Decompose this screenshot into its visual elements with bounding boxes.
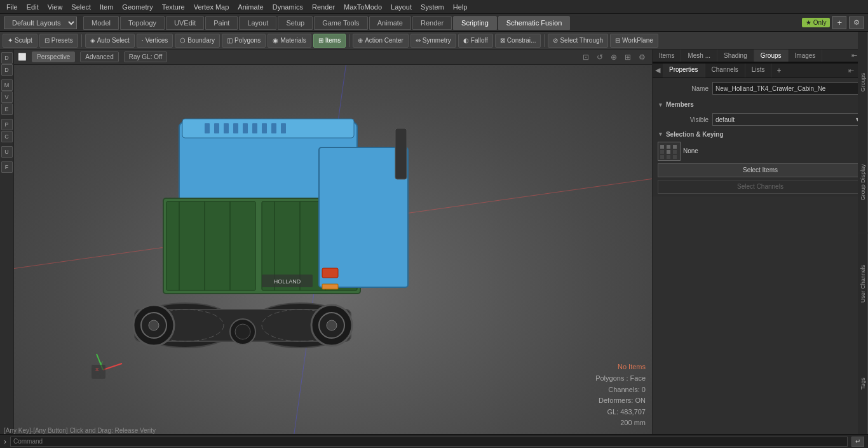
tab-render[interactable]: Render — [412, 16, 452, 30]
sel-keying-header: ▼ Selection & Keying — [658, 131, 863, 138]
tab-topology[interactable]: Topology — [120, 16, 165, 30]
tab-scripting[interactable]: Scripting — [453, 16, 497, 30]
falloff-tool[interactable]: ◐ Falloff — [458, 34, 493, 48]
svg-point-32 — [327, 320, 337, 330]
strip-group-display[interactable]: Group Display — [858, 132, 868, 233]
strip-groups[interactable]: Groups — [858, 32, 868, 132]
select-through-tool[interactable]: ⊘ Select Through — [548, 34, 608, 48]
top-menu-bar: File Edit View Select Item Geometry Text… — [0, 0, 868, 14]
right-strip — [653, 196, 868, 434]
tab-mesh[interactable]: Mesh ... — [681, 50, 717, 62]
falloff-icon: ◐ — [463, 37, 469, 44]
left-tool-7[interactable]: C — [1, 131, 13, 142]
svg-point-34 — [235, 324, 250, 339]
props-tab-properties[interactable]: Properties — [663, 64, 705, 78]
command-input[interactable] — [10, 437, 848, 447]
settings-icon[interactable]: ⚙ — [639, 53, 646, 62]
workplane-tool[interactable]: ⊟ WorkPlane — [610, 34, 658, 48]
menu-view[interactable]: View — [44, 2, 67, 12]
tab-animate[interactable]: Animate — [369, 16, 411, 30]
left-sidebar: D D M V E P C U F — [0, 50, 14, 434]
props-collapse-icon[interactable]: ◀ — [653, 64, 663, 78]
tab-items[interactable]: Items — [653, 50, 681, 62]
menu-dynamics[interactable]: Dynamics — [269, 2, 307, 12]
command-arrow[interactable]: › — [4, 437, 6, 446]
rotate-icon[interactable]: ↺ — [597, 53, 603, 62]
strip-tags[interactable]: Tags — [858, 334, 868, 434]
menu-texture[interactable]: Texture — [158, 2, 189, 12]
tab-setup[interactable]: Setup — [278, 16, 313, 30]
visible-select[interactable]: default — [712, 113, 863, 126]
constrain-tool[interactable]: ⊠ Constrai... — [495, 34, 541, 48]
viewport-header: ⬜ Perspective Advanced Ray GL: Off ⊡ ↺ ⊕… — [14, 50, 652, 65]
left-tool-3[interactable]: M — [1, 79, 13, 91]
select-channels-row: Select Channels — [658, 180, 863, 194]
left-tool-6[interactable]: P — [1, 119, 13, 130]
menu-help[interactable]: Help — [449, 2, 471, 12]
props-expand-icon[interactable]: ⇤ — [847, 65, 855, 76]
perspective-button[interactable]: Perspective — [32, 51, 75, 62]
tab-paint[interactable]: Paint — [205, 16, 238, 30]
vertices-tool[interactable]: · Vertices — [137, 34, 173, 48]
left-tool-9[interactable]: F — [1, 161, 13, 173]
menu-edit[interactable]: Edit — [23, 2, 43, 12]
members-arrow[interactable]: ▼ — [658, 102, 663, 108]
camera-icon[interactable]: ⊡ — [583, 53, 589, 62]
sel-keying-arrow[interactable]: ▼ — [658, 131, 663, 137]
boundary-tool[interactable]: ⬡ Boundary — [175, 34, 220, 48]
left-tool-8[interactable]: U — [1, 146, 13, 158]
settings-button[interactable]: ⚙ — [849, 17, 864, 29]
expand-panel-button[interactable]: ⇤ — [851, 51, 857, 60]
select-items-button[interactable]: Select Items — [658, 163, 863, 177]
zoom-icon[interactable]: ⊕ — [611, 53, 617, 62]
items-tool[interactable]: ⊞ Items — [313, 34, 346, 48]
separator — [81, 34, 82, 47]
svg-rect-8 — [262, 123, 267, 133]
menu-item[interactable]: Item — [96, 2, 117, 12]
select-channels-button[interactable]: Select Channels — [658, 180, 863, 194]
name-input[interactable] — [712, 82, 863, 95]
menu-geometry[interactable]: Geometry — [118, 2, 156, 12]
menu-layout[interactable]: Layout — [387, 2, 416, 12]
action-center-tool[interactable]: ⊕ Action Center — [353, 34, 409, 48]
tab-model[interactable]: Model — [83, 16, 119, 30]
keying-dots-icon[interactable] — [658, 142, 681, 161]
tab-groups[interactable]: Groups — [754, 50, 789, 62]
svg-line-39 — [103, 363, 122, 370]
menu-system[interactable]: System — [417, 2, 448, 12]
menu-vertex-map[interactable]: Vertex Map — [190, 2, 233, 12]
left-tool-4[interactable]: V — [1, 92, 13, 103]
presets-tool[interactable]: ⊡ Presets — [39, 34, 78, 48]
menu-file[interactable]: File — [3, 2, 22, 12]
add-layout-button[interactable]: + — [832, 16, 846, 29]
left-tool-2[interactable]: D — [1, 64, 13, 76]
menu-animate[interactable]: Animate — [234, 2, 267, 12]
viewport[interactable]: ⬜ Perspective Advanced Ray GL: Off ⊡ ↺ ⊕… — [14, 50, 652, 434]
menu-maxtomodo[interactable]: MaxToModo — [340, 2, 386, 12]
props-tab-channels[interactable]: Channels — [705, 64, 745, 78]
tab-game-tools[interactable]: Game Tools — [314, 16, 368, 30]
fit-icon[interactable]: ⊞ — [625, 53, 631, 62]
menu-render[interactable]: Render — [308, 2, 339, 12]
tab-images[interactable]: Images — [789, 50, 823, 62]
viewport-canvas[interactable]: HOLLAND X Y No Items Polygons : Face Cha… — [14, 65, 652, 434]
left-tool-1[interactable]: D — [1, 52, 13, 64]
strip-user-channels[interactable]: User Channels — [858, 233, 868, 334]
command-enter-button[interactable]: ↵ — [851, 437, 864, 447]
tab-schematic-fusion[interactable]: Schematic Fusion — [498, 16, 570, 30]
tab-shading[interactable]: Shading — [717, 50, 754, 62]
raygl-button[interactable]: Ray GL: Off — [124, 51, 168, 62]
props-tab-lists[interactable]: Lists — [745, 64, 772, 78]
tab-uvedit[interactable]: UVEdit — [166, 16, 204, 30]
layout-dropdown[interactable]: Default Layouts — [4, 17, 77, 29]
auto-select-tool[interactable]: ◈ Auto Select — [85, 34, 135, 48]
advanced-button[interactable]: Advanced — [80, 51, 118, 62]
sculpt-tool[interactable]: ✦ Sculpt — [3, 34, 37, 48]
symmetry-tool[interactable]: ⇔ Symmetry — [410, 34, 456, 48]
left-tool-5[interactable]: E — [1, 104, 13, 115]
menu-select[interactable]: Select — [67, 2, 95, 12]
materials-tool[interactable]: ◉ Materials — [268, 34, 311, 48]
add-tab-button[interactable]: + — [771, 64, 786, 78]
tab-layout[interactable]: Layout — [239, 16, 276, 30]
polygons-tool[interactable]: ◫ Polygons — [222, 34, 266, 48]
